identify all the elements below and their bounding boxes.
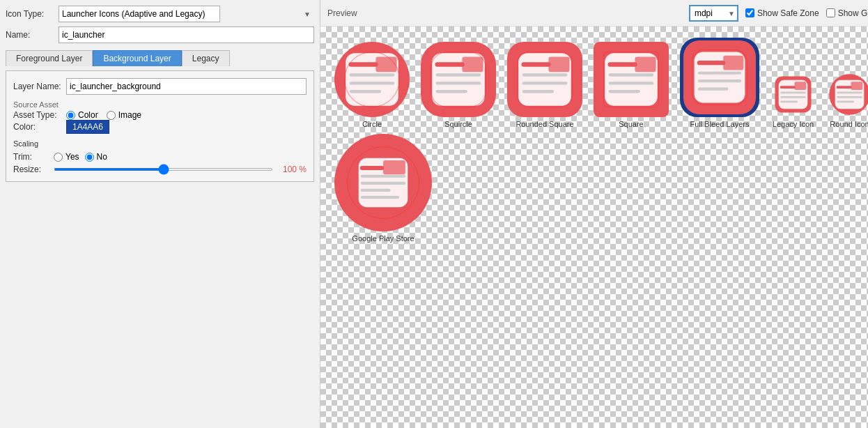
asset-type-image-label: Image	[118, 110, 141, 120]
icon-shape-legacy	[770, 72, 816, 117]
tab-content: Layer Name: Source Asset Asset Type: Col…	[6, 70, 314, 182]
icon-shape-square	[594, 42, 669, 117]
svg-rect-43	[851, 82, 862, 90]
resize-label: Resize:	[13, 165, 48, 174]
left-panel: Icon Type: Launcher Icons (Adaptive and …	[0, 0, 320, 428]
preview-title: Preview	[327, 8, 357, 18]
svg-rect-23	[635, 57, 656, 72]
svg-rect-5	[375, 57, 396, 72]
icon-shape-google-play	[334, 134, 432, 231]
news-icon-round	[827, 72, 868, 117]
icon-type-dropdown-arrow: ▼	[304, 10, 311, 18]
icon-shape-rounded-square	[507, 42, 582, 117]
icon-type-label: Icon Type:	[6, 9, 54, 19]
resize-row: Resize: 100 %	[13, 165, 307, 174]
asset-type-row: Asset Type: Color Image	[13, 110, 307, 120]
news-icon-circle	[334, 42, 410, 117]
icon-label-rounded-square: Rounded Square	[516, 120, 573, 128]
asset-type-color-radio[interactable]	[66, 111, 75, 120]
svg-rect-29	[723, 56, 743, 70]
asset-type-image-option[interactable]: Image	[107, 110, 141, 120]
preview-area: Circle Squircle	[320, 26, 868, 428]
icon-item-rounded-square: Rounded Square	[507, 42, 582, 128]
icon-type-select[interactable]: Launcher Icons (Adaptive and Legacy)	[59, 6, 220, 22]
icon-shape-full-bleed-wrapper	[680, 38, 759, 117]
news-icon-legacy	[770, 72, 816, 117]
trim-label: Trim:	[13, 152, 48, 162]
tabs-container: Foreground Layer Background Layer Legacy	[6, 50, 314, 66]
trim-no-label: No	[97, 152, 107, 162]
color-label: Color:	[13, 122, 62, 132]
asset-type-radio-group: Color Image	[66, 110, 141, 120]
right-panel: Preview mdpi hdpi xhdpi xxhdpi xxxhdpi ▼…	[320, 0, 868, 428]
icon-label-google-play: Google Play Store	[352, 234, 414, 243]
layer-name-input[interactable]	[66, 78, 307, 95]
news-icon-rounded-square	[507, 42, 582, 117]
trim-no-radio[interactable]	[85, 153, 94, 162]
icon-type-row: Icon Type: Launcher Icons (Adaptive and …	[6, 6, 314, 22]
news-icon-square	[594, 42, 669, 117]
resize-slider[interactable]	[54, 168, 273, 171]
icon-shape-round	[827, 72, 868, 117]
icon-label-legacy: Legacy Icon	[773, 120, 814, 128]
asset-type-image-radio[interactable]	[107, 111, 116, 120]
icon-label-round: Round Icon	[830, 120, 868, 128]
trim-yes-radio[interactable]	[54, 153, 63, 162]
mdpi-wrapper: mdpi hdpi xhdpi xxhdpi xxxhdpi ▼	[689, 5, 738, 22]
layer-name-row: Layer Name:	[13, 78, 307, 95]
icon-label-square: Square	[619, 120, 643, 128]
icon-item-google-play: Google Play Store	[334, 134, 432, 243]
dpi-select[interactable]: mdpi hdpi xhdpi xxhdpi xxxhdpi	[689, 5, 738, 22]
icon-shape-full-bleed	[683, 40, 756, 114]
svg-rect-17	[548, 57, 569, 72]
svg-rect-11	[462, 57, 483, 72]
trim-yes-option[interactable]: Yes	[54, 152, 79, 162]
show-grid-checkbox[interactable]	[826, 8, 835, 17]
resize-value: 100 %	[279, 165, 307, 174]
icon-item-legacy: Legacy Icon	[770, 72, 816, 128]
icon-shape-squircle	[421, 42, 496, 117]
asset-type-label: Asset Type:	[13, 110, 62, 120]
scaling-section: Scaling Trim: Yes No Resize: 100 %	[13, 139, 307, 174]
scaling-title: Scaling	[13, 139, 307, 148]
layer-name-label: Layer Name:	[13, 82, 62, 91]
icon-label-full-bleed: Full Bleed Layers	[690, 120, 750, 128]
svg-rect-36	[794, 82, 806, 90]
trim-yes-label: Yes	[65, 152, 79, 162]
asset-type-color-option[interactable]: Color	[66, 110, 98, 120]
header-right: mdpi hdpi xhdpi xxhdpi xxxhdpi ▼ Show Sa…	[689, 5, 868, 22]
icon-label-circle: Circle	[362, 120, 382, 128]
icon-item-round: Round Icon	[827, 72, 868, 128]
asset-type-color-label: Color	[78, 110, 98, 120]
icon-item-circle: Circle	[334, 42, 410, 128]
source-asset-title: Source Asset	[13, 100, 307, 109]
trim-no-option[interactable]: No	[85, 152, 107, 162]
name-row: Name:	[6, 26, 314, 43]
tab-background-layer[interactable]: Background Layer	[93, 50, 181, 66]
color-row: Color: 1A4AA6	[13, 120, 307, 134]
icon-type-dropdown-wrapper: Launcher Icons (Adaptive and Legacy) ▼	[59, 6, 314, 22]
svg-rect-50	[383, 160, 405, 174]
name-label: Name:	[6, 30, 54, 40]
show-safe-zone-label: Show Safe Zone	[757, 8, 819, 18]
show-safe-zone-checkbox[interactable]	[745, 8, 754, 17]
tab-legacy[interactable]: Legacy	[182, 50, 230, 66]
icon-shape-circle	[334, 42, 410, 117]
name-input[interactable]	[59, 26, 314, 43]
news-icon-full-bleed	[683, 40, 756, 114]
icons-row-2: Google Play Store	[334, 134, 868, 243]
show-safe-zone-option[interactable]: Show Safe Zone	[745, 8, 819, 18]
icon-label-squircle: Squircle	[444, 120, 472, 128]
show-grid-option[interactable]: Show Gri...	[826, 8, 868, 18]
icon-item-square: Square	[594, 42, 669, 128]
news-icon-google-play	[354, 153, 412, 212]
show-grid-label: Show Gri...	[838, 8, 868, 18]
icon-item-full-bleed: Full Bleed Layers	[680, 38, 759, 128]
trim-row: Trim: Yes No	[13, 152, 307, 162]
tab-foreground-layer[interactable]: Foreground Layer	[6, 50, 93, 66]
color-swatch[interactable]: 1A4AA6	[66, 120, 109, 134]
icons-row-1: Circle Squircle	[334, 38, 868, 128]
news-icon-squircle	[421, 42, 496, 117]
icon-item-squircle: Squircle	[421, 42, 496, 128]
source-asset-section: Source Asset Asset Type: Color Image	[13, 100, 307, 134]
